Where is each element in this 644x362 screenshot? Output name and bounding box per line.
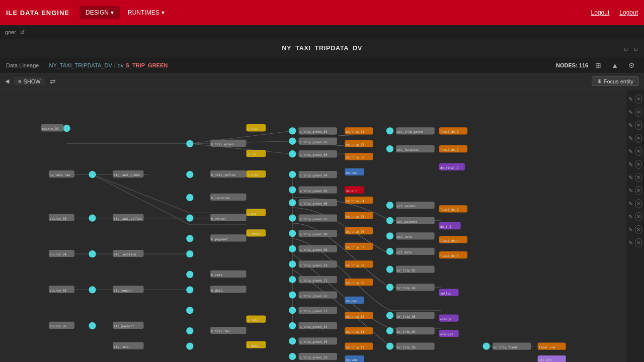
svg-text:br_trip_03: br_trip_03 — [397, 315, 416, 319]
svg-point-33 — [186, 215, 193, 222]
svg-text:orange: orange — [440, 317, 451, 321]
nav-runtimes[interactable]: RUNTIMES ▾ — [122, 6, 171, 19]
close-btn-8[interactable]: × — [635, 186, 642, 195]
svg-text:dm_f_2: dm_f_2 — [440, 225, 451, 229]
svg-point-15 — [89, 322, 96, 329]
stage-nodes: stg_taxi_green stg_taxi_yellow stg_locat… — [113, 170, 143, 349]
edit-icon-12[interactable]: ✎ — [628, 240, 633, 246]
svg-text:pit_location: pit_location — [397, 148, 419, 152]
collapse-icon[interactable]: ▲ — [608, 60, 621, 70]
nodes-count: NODES: 116 — [556, 62, 588, 68]
svg-text:dm_trip_07: dm_trip_07 — [346, 245, 364, 249]
close-btn-9[interactable]: × — [635, 199, 642, 208]
close-btn-11[interactable]: × — [635, 225, 642, 234]
edit-icon-6[interactable]: ✎ — [628, 161, 633, 168]
lineage-graph[interactable]: source_01 ny_taxi_raw source_03 source_0… — [0, 89, 626, 362]
close-btn-1[interactable]: × — [635, 95, 642, 104]
hub-nodes: h_trip_green h_trip_yellow h_location h_… — [210, 140, 246, 334]
edit-icon-11[interactable]: ✎ — [628, 227, 633, 233]
svg-text:s_trip_green_01: s_trip_green_01 — [299, 130, 327, 134]
svg-text:s_trip_green_07: s_trip_green_07 — [299, 217, 327, 221]
svg-text:dm_trip_08: dm_trip_08 — [346, 263, 364, 267]
svg-text:final_dm_1: final_dm_1 — [440, 130, 459, 134]
svg-text:source_06: source_06 — [50, 324, 66, 328]
page-title: NY_TAXI_TRIPDATA_DV — [282, 44, 362, 52]
edit-icon-5[interactable]: ✎ — [628, 148, 633, 155]
svg-text:final_end: final_end — [539, 345, 555, 349]
search-icon-2[interactable]: ⌕ — [634, 44, 638, 52]
nav-menu: DESIGN ▾ RUNTIMES ▾ — [79, 6, 171, 19]
close-btn-2[interactable]: × — [635, 108, 642, 117]
edit-icon-8[interactable]: ✎ — [628, 188, 633, 194]
edit-icon-3[interactable]: ✎ — [628, 122, 633, 129]
edit-icon-4[interactable]: ✎ — [628, 135, 633, 142]
svg-text:dm_trip_09: dm_trip_09 — [346, 281, 364, 285]
right-colored-nodes: dm_trip_01 dm_trip_02 dm_trip_03 dm_trip… — [345, 127, 373, 362]
svg-text:dm_ven: dm_ven — [346, 358, 357, 362]
secondary-toolbar: gner ↺ — [0, 25, 644, 39]
svg-text:h_payment: h_payment — [211, 237, 228, 241]
svg-point-82 — [289, 260, 296, 267]
edit-icon-9[interactable]: ✎ — [628, 201, 633, 207]
svg-text:final_dm_5: final_dm_5 — [440, 254, 459, 258]
close-btn-6[interactable]: × — [635, 160, 642, 169]
svg-point-83 — [289, 276, 296, 283]
svg-point-165 — [386, 217, 393, 224]
breadcrumb-dv[interactable]: dv — [118, 62, 124, 68]
nav-design[interactable]: DESIGN ▾ — [79, 6, 120, 19]
svg-text:stg_payment: stg_payment — [114, 324, 134, 328]
show-button[interactable]: ≡ SHOW — [14, 77, 45, 85]
svg-text:s_date: s_date — [247, 344, 258, 348]
svg-text:s_trip_green_06: s_trip_green_06 — [299, 202, 327, 206]
lineage-canvas[interactable]: source_01 ny_taxi_raw source_03 source_0… — [0, 89, 626, 362]
svg-text:s_trip_green_03: s_trip_green_03 — [299, 153, 327, 157]
svg-point-39 — [186, 327, 193, 334]
close-btn-7[interactable]: × — [635, 173, 642, 182]
refresh-icon[interactable]: ↺ — [20, 29, 25, 36]
layout-icon[interactable]: ⊞ — [592, 60, 604, 70]
panel-row-3: ✎ × — [626, 120, 644, 131]
panel-row-1: ✎ × — [626, 94, 644, 105]
breadcrumb-right: NODES: 116 ⊞ ▲ ⚙ — [556, 60, 638, 70]
logout-button-1[interactable]: Logout — [591, 9, 610, 16]
logout-button-2[interactable]: Logout — [619, 9, 638, 16]
svg-point-163 — [386, 145, 393, 152]
svg-text:ny_taxi_raw: ny_taxi_raw — [50, 173, 70, 177]
svg-text:dm_trip_12: dm_trip_12 — [346, 345, 364, 349]
svg-text:s_trip_green_08: s_trip_green_08 — [299, 232, 327, 236]
close-btn-10[interactable]: × — [635, 212, 642, 221]
svg-text:source_03: source_03 — [50, 217, 66, 221]
svg-point-80 — [289, 230, 296, 237]
breadcrumb-current: S_TRIP_GREEN — [125, 62, 168, 68]
svg-text:pit_vendor: pit_vendor — [397, 204, 416, 208]
focus-entity-button[interactable]: ⊕ Focus entity — [592, 76, 639, 86]
close-btn-12[interactable]: × — [635, 238, 642, 247]
edit-icon-2[interactable]: ✎ — [628, 109, 633, 116]
edit-icon-7[interactable]: ✎ — [628, 174, 633, 181]
yellow-nodes: s_trip s_loc l_trip s_pay s_vendor s_rat… — [246, 124, 266, 362]
svg-point-38 — [186, 307, 193, 314]
svg-text:source_01: source_01 — [42, 127, 59, 131]
svg-point-35 — [186, 250, 193, 257]
close-btn-3[interactable]: × — [635, 121, 642, 130]
edit-icon-10[interactable]: ✎ — [628, 214, 633, 220]
svg-text:h_date: h_date — [211, 289, 222, 293]
connect-icon[interactable]: ⇄ — [50, 77, 56, 85]
close-btn-4[interactable]: × — [635, 134, 642, 143]
svg-point-32 — [186, 194, 193, 201]
svg-text:stg_taxi_yellow: stg_taxi_yellow — [114, 217, 141, 221]
lineage-collapse-icon[interactable]: ◀ — [5, 78, 9, 84]
svg-point-86 — [289, 322, 296, 329]
settings-icon[interactable]: ⚙ — [625, 60, 638, 70]
edit-icon-1[interactable]: ✎ — [628, 96, 633, 103]
svg-text:s_trip_green_14: s_trip_green_14 — [299, 325, 327, 329]
svg-text:dm_trip_04: dm_trip_04 — [346, 199, 364, 203]
svg-point-0 — [63, 125, 70, 132]
svg-text:pit_date: pit_date — [397, 250, 412, 254]
svg-text:h_trip_green: h_trip_green — [211, 142, 233, 146]
close-btn-5[interactable]: × — [635, 147, 642, 156]
svg-text:s_trip_green_05: s_trip_green_05 — [299, 189, 327, 193]
breadcrumb-root[interactable]: NY_TAXI_TRIPDATA_DV — [49, 62, 112, 68]
search-icon-1[interactable]: ⌕ — [624, 44, 628, 52]
svg-text:dm_pay: dm_pay — [346, 299, 357, 303]
